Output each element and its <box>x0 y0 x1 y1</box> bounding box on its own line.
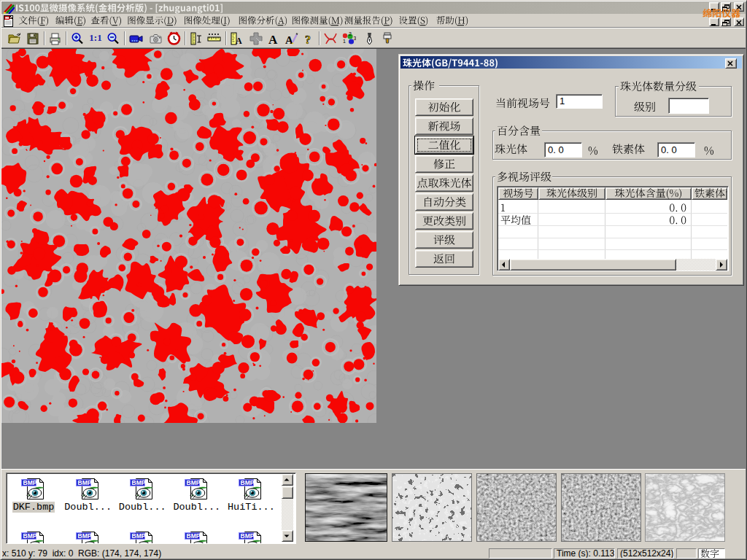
svg-text:BMP: BMP <box>77 479 91 486</box>
svg-text:BMP: BMP <box>186 479 200 486</box>
svg-text:BMP: BMP <box>132 479 146 486</box>
svg-text:A: A <box>268 33 278 47</box>
svg-text:1: 1 <box>343 39 346 44</box>
svg-text:?: ? <box>305 34 311 46</box>
svg-text:BMP: BMP <box>23 532 37 540</box>
svg-text:A: A <box>236 36 242 46</box>
svg-text:BMP: BMP <box>132 532 146 540</box>
svg-text:BMP: BMP <box>23 479 37 486</box>
svg-text:DOC: DOC <box>5 16 12 20</box>
svg-text:3: 3 <box>354 36 357 41</box>
svg-text:BMP: BMP <box>186 532 200 540</box>
svg-text:BMP: BMP <box>241 479 255 486</box>
svg-text:2: 2 <box>349 31 352 36</box>
svg-text:BMP: BMP <box>241 532 255 540</box>
svg-text:BMP: BMP <box>77 532 91 540</box>
